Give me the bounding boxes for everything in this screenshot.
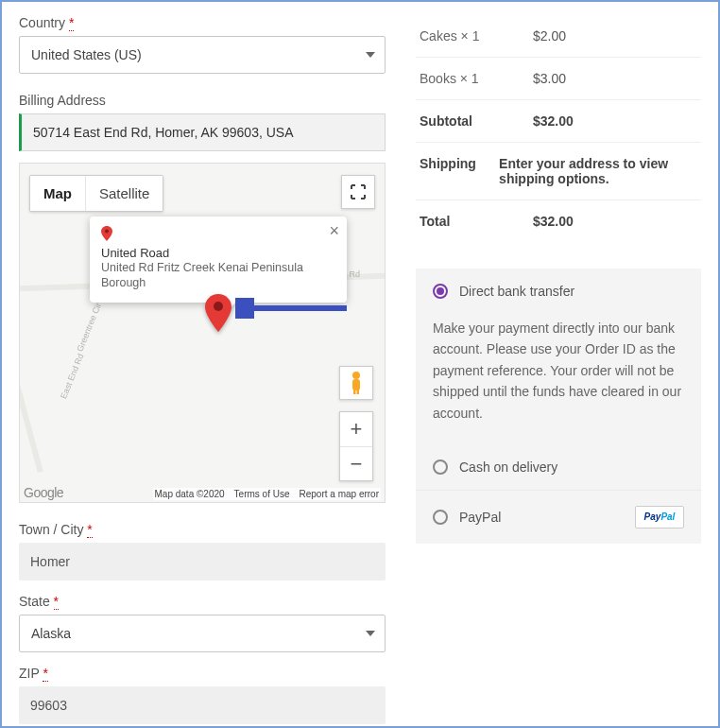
summary-row: Books × 1$3.00 xyxy=(416,57,701,99)
summary-key: Cakes × 1 xyxy=(420,28,533,43)
payment-cod[interactable]: Cash on delivery xyxy=(416,444,701,490)
state-select[interactable]: Alaska xyxy=(19,615,386,652)
close-icon[interactable]: × xyxy=(329,222,339,239)
svg-rect-4 xyxy=(352,379,360,390)
google-logo: Google xyxy=(24,485,63,500)
payment-label: Direct bank transfer xyxy=(459,284,574,299)
summary-key: Total xyxy=(420,214,533,229)
svg-point-0 xyxy=(105,230,109,234)
payment-direct-description: Make your payment directly into our bank… xyxy=(416,314,701,444)
state-label: State * xyxy=(19,594,386,609)
map-type-satellite[interactable]: Satellite xyxy=(85,176,163,211)
payment-methods: Direct bank transfer Make your payment d… xyxy=(416,269,701,544)
summary-value: Enter your address to view shipping opti… xyxy=(499,156,697,186)
map-data-label: Map data ©2020 xyxy=(155,489,225,499)
svg-point-3 xyxy=(352,372,360,379)
summary-row: Cakes × 1$2.00 xyxy=(416,15,701,57)
zoom-in-button[interactable]: + xyxy=(340,412,372,446)
city-label: Town / City * xyxy=(19,522,386,537)
map-road xyxy=(19,288,43,473)
svg-rect-6 xyxy=(357,390,360,394)
popup-title: United Road xyxy=(101,246,335,260)
payment-paypal[interactable]: PayPal PayPal xyxy=(416,490,701,544)
summary-row: Total$32.00 xyxy=(416,199,701,242)
payment-direct-bank[interactable]: Direct bank transfer xyxy=(416,269,701,314)
payment-label: Cash on delivery xyxy=(459,459,557,475)
state-value: Alaska xyxy=(31,626,71,641)
radio-icon xyxy=(433,459,448,475)
payment-label: PayPal xyxy=(459,510,501,525)
required-mark: * xyxy=(69,15,74,31)
map-terms-link[interactable]: Terms of Use xyxy=(234,489,290,499)
fullscreen-icon xyxy=(351,184,366,199)
zip-input[interactable] xyxy=(19,686,386,724)
pin-icon xyxy=(101,226,335,244)
zoom-out-button[interactable]: − xyxy=(340,446,372,480)
pointer-arrow xyxy=(235,298,349,321)
radio-icon xyxy=(433,510,448,525)
zip-label: ZIP * xyxy=(19,666,386,681)
billing-address-value: 50714 East End Rd, Homer, AK 99603, USA xyxy=(33,125,294,140)
map-pin[interactable] xyxy=(205,294,231,335)
country-label: Country * xyxy=(19,15,386,30)
fullscreen-button[interactable] xyxy=(341,175,375,209)
summary-row: Subtotal$32.00 xyxy=(416,99,701,142)
map-report-link[interactable]: Report a map error xyxy=(300,489,379,499)
streetview-pegman[interactable] xyxy=(339,366,373,400)
city-input[interactable] xyxy=(19,543,386,581)
summary-value: $3.00 xyxy=(533,71,566,86)
popup-subtitle: United Rd Fritz Creek Kenai Peninsula Bo… xyxy=(101,260,335,291)
svg-point-1 xyxy=(214,302,223,311)
summary-value: $2.00 xyxy=(533,28,566,43)
summary-key: Subtotal xyxy=(420,113,533,129)
summary-key: Books × 1 xyxy=(420,71,533,86)
country-value: United States (US) xyxy=(31,47,142,62)
map-type-toggle: Map Satellite xyxy=(29,175,163,212)
summary-row: ShippingEnter your address to view shipp… xyxy=(416,142,701,199)
zoom-controls: + − xyxy=(339,411,373,481)
map-attribution: Map data ©2020 Terms of Use Report a map… xyxy=(153,488,381,500)
pegman-icon xyxy=(348,371,365,395)
map[interactable]: United Rd East End Rd Greentree Cir Map … xyxy=(19,163,386,503)
map-type-map[interactable]: Map xyxy=(30,176,85,211)
summary-key: Shipping xyxy=(420,156,499,186)
chevron-down-icon xyxy=(366,52,375,58)
billing-address-box: 50714 East End Rd, Homer, AK 99603, USA xyxy=(19,113,386,151)
summary-value: $32.00 xyxy=(533,113,574,129)
order-summary: Cakes × 1$2.00Books × 1$3.00Subtotal$32.… xyxy=(416,15,701,242)
road-label-greentree: Greentree Cir xyxy=(75,302,103,353)
paypal-logo: PayPal xyxy=(635,506,684,529)
summary-value: $32.00 xyxy=(533,214,574,229)
svg-rect-5 xyxy=(353,390,356,394)
billing-address-label: Billing Address xyxy=(19,93,386,108)
chevron-down-icon xyxy=(366,631,375,636)
country-select[interactable]: United States (US) xyxy=(19,36,386,74)
radio-icon xyxy=(433,284,448,299)
road-label-eastend: East End Rd xyxy=(59,353,85,401)
map-info-popup: × United Road United Rd Fritz Creek Kena… xyxy=(90,217,347,303)
